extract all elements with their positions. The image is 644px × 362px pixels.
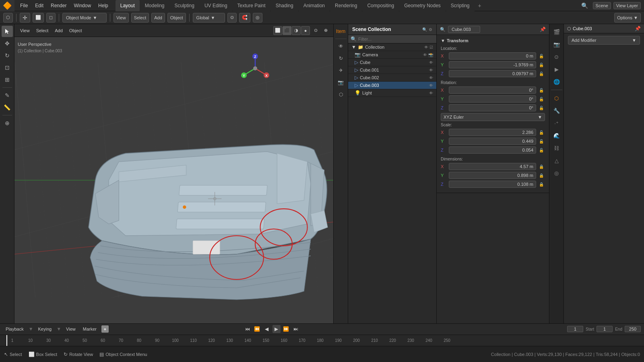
tab-shading[interactable]: Shading (271, 0, 298, 11)
view-layer-selector[interactable]: View Layer (613, 2, 641, 9)
camera-visibility-btn[interactable]: 👁 (423, 53, 427, 57)
timeline-scrubber[interactable]: 1 10 30 40 50 60 70 80 90 100 110 120 13… (0, 335, 644, 346)
scene-selector[interactable]: Scene (593, 2, 611, 9)
dim-z-field[interactable]: 0.108 m (449, 181, 536, 188)
jump-to-start-btn[interactable]: ⏮ (244, 325, 252, 333)
cube-visibility-btn[interactable]: 👁 (429, 60, 433, 65)
location-y-field[interactable]: -1.9769 m (449, 61, 536, 68)
scale-z-lock-btn[interactable]: 🔓 (538, 146, 545, 154)
outliner-item-camera[interactable]: 📷 Camera 👁 📸 (348, 51, 436, 59)
rotation-z-lock-btn[interactable]: 🔓 (538, 104, 545, 111)
rotate-view-status[interactable]: ↻ Rotate View (64, 352, 93, 357)
modifier-pin-icon[interactable]: 📌 (635, 26, 641, 31)
viewport[interactable]: View Select Add Object ⬜ ⬛ ◑ ● ⊙ ⊕ (14, 24, 348, 323)
rotation-z-field[interactable]: 0° (449, 104, 536, 111)
mode-dropdown[interactable]: Object Mode ▼ (62, 13, 107, 23)
current-frame-input[interactable]: 1 (567, 326, 583, 332)
object-menu-btn[interactable]: Object (167, 13, 186, 23)
cube001-visibility-btn[interactable]: 👁 (429, 68, 433, 72)
props-tab-modifiers[interactable]: 🔧 (551, 105, 563, 117)
tab-layout[interactable]: Layout (116, 0, 140, 11)
props-tab-render[interactable]: 📷 (551, 38, 563, 50)
end-frame-input[interactable]: 250 (625, 326, 641, 332)
rotation-mode-dropdown[interactable]: XYZ Euler ▼ (441, 113, 545, 121)
collection-select-btn[interactable]: ☑ (429, 45, 433, 49)
playback-menu-btn[interactable]: Playback (3, 326, 26, 332)
select-icon-btn[interactable]: ⬜ (33, 13, 44, 23)
outliner-item-light[interactable]: 💡 Light 👁 (348, 89, 436, 97)
tab-texture-paint[interactable]: Texture Paint (233, 0, 270, 11)
outliner-item-cube003[interactable]: ▷ Cube.003 👁 (348, 82, 436, 89)
props-tab-world[interactable]: 🌐 (551, 76, 563, 88)
tab-rendering[interactable]: Rendering (330, 0, 362, 11)
marker-menu-btn[interactable]: Marker (80, 326, 99, 332)
location-x-lock-btn[interactable]: 🔓 (538, 52, 545, 60)
menu-render[interactable]: Render (47, 2, 70, 9)
view-menu-btn-timeline[interactable]: View (64, 326, 78, 332)
outliner-item-collection[interactable]: ▼ 📁 Collection 👁 ☑ (348, 43, 436, 51)
light-visibility-btn[interactable]: 👁 (429, 91, 433, 95)
tab-uv-editing[interactable]: UV Editing (200, 0, 232, 11)
dim-x-field[interactable]: 4.57 m (449, 163, 536, 170)
props-tab-object[interactable]: ⬡ (551, 92, 563, 104)
props-tab-object-data[interactable]: △ (551, 154, 563, 167)
start-frame-input[interactable]: 1 (597, 326, 613, 332)
render-shading-btn[interactable]: ● (301, 26, 310, 35)
frame-indicator[interactable]: ● (101, 325, 109, 333)
add-workspace-tab[interactable]: + (475, 1, 485, 10)
overlay-btn[interactable]: ⊙ (312, 27, 320, 34)
view-menu-btn[interactable]: View (114, 13, 129, 23)
menu-help[interactable]: Help (95, 2, 111, 9)
props-tab-physics[interactable]: 🌊 (551, 130, 563, 142)
view-controls-btn[interactable]: 👁 (335, 41, 347, 52)
jump-to-end-btn[interactable]: ⏭ (292, 325, 300, 333)
dim-z-lock-btn[interactable]: 🔒 (538, 181, 545, 188)
scale-z-field[interactable]: 0.054 (449, 146, 536, 154)
outliner-item-cube[interactable]: ▷ Cube 👁 (348, 59, 436, 66)
tab-modeling[interactable]: Modeling (140, 0, 169, 11)
tab-compositing[interactable]: Compositing (362, 0, 399, 11)
props-tab-scene[interactable]: 🎬 (551, 26, 563, 38)
props-tab-output[interactable]: ⊙ (551, 51, 563, 63)
next-keyframe-btn[interactable]: ⏩ (282, 325, 290, 333)
scale-y-lock-btn[interactable]: 🔓 (538, 138, 545, 145)
menu-window[interactable]: Window (70, 2, 94, 9)
tab-scripting[interactable]: Scripting (446, 0, 475, 11)
play-forward-btn[interactable]: ▶ (272, 325, 281, 333)
rotation-y-lock-btn[interactable]: 🔓 (538, 95, 545, 103)
tab-animation[interactable]: Animation (299, 0, 330, 11)
outliner-filter-btn[interactable]: 🔍 (422, 27, 427, 32)
props-pin-icon[interactable]: 📌 (540, 27, 546, 32)
gizmo-btn[interactable]: ⊕ (322, 27, 330, 34)
outliner-search-input[interactable] (358, 37, 434, 41)
props-tab-material[interactable]: ◎ (551, 167, 563, 179)
rotation-y-field[interactable]: 0° (449, 95, 536, 103)
tab-geometry-nodes[interactable]: Geometry Nodes (399, 0, 446, 11)
dim-y-field[interactable]: 0.898 m (449, 172, 536, 179)
move-tool-btn[interactable]: ✥ (2, 38, 13, 49)
toolbar-icon-btn[interactable]: ⬡ (3, 13, 13, 23)
vp-view-btn[interactable]: View (18, 27, 32, 34)
rotate-view-btn[interactable]: ↻ (335, 53, 347, 64)
timeline-playhead[interactable] (6, 335, 7, 346)
transform-global-dropdown[interactable]: Global ▼ (193, 13, 225, 23)
layer-btn[interactable]: ⬡ (335, 89, 347, 100)
select-menu-btn[interactable]: Select (131, 13, 149, 23)
camera-render-btn[interactable]: 📸 (428, 53, 433, 57)
outliner-sync-btn[interactable]: ⚙ (429, 27, 432, 32)
play-backward-btn[interactable]: ◀ (263, 325, 271, 333)
select-status[interactable]: ↖ Select (4, 352, 22, 357)
keying-menu-btn[interactable]: Keying (36, 326, 54, 332)
outliner-item-cube001[interactable]: ▷ Cube.001 👁 (348, 66, 436, 74)
outliner-item-cube002[interactable]: ▷ Cube.002 👁 (348, 74, 436, 82)
add-modifier-btn[interactable]: Add Modifier ▼ (568, 36, 640, 45)
location-x-field[interactable]: 0 m (449, 52, 536, 60)
cursor-btn[interactable]: ✛ (20, 13, 30, 23)
location-z-field[interactable]: 0.09797 m (449, 70, 536, 77)
options-btn[interactable]: Options ▼ (614, 13, 641, 23)
cube003-visibility-btn[interactable]: 👁 (429, 83, 433, 88)
rotate-tool-btn[interactable]: ↻ (2, 50, 13, 61)
scale-y-field[interactable]: 0.449 (449, 138, 536, 145)
annotate-tool-btn[interactable]: ✎ (2, 90, 13, 101)
tab-sculpting[interactable]: Sculpting (170, 0, 199, 11)
